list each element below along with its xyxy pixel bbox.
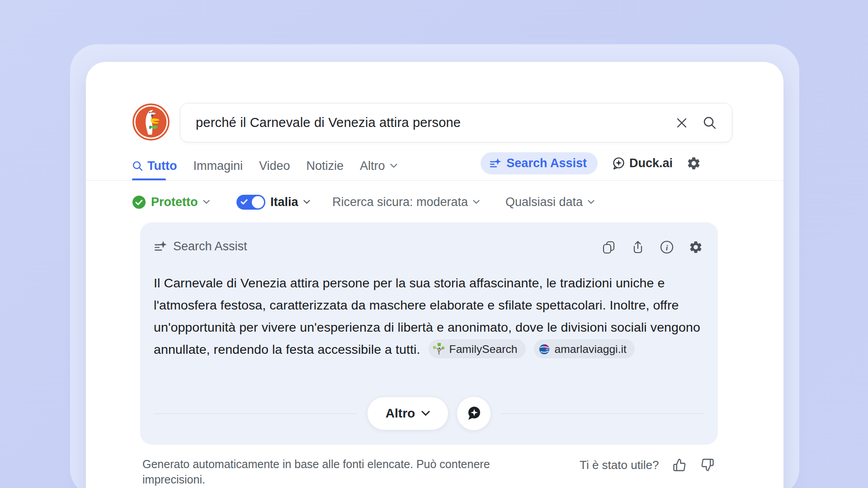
duckduckgo-logo[interactable]: [132, 103, 170, 141]
filters-row: Protetto Italia Ricerca sicura:: [86, 191, 783, 213]
tab-label: Immagini: [193, 159, 243, 173]
check-icon: [241, 199, 248, 205]
serp-card: perché il Carnevale di Venezia attira pe…: [86, 62, 783, 488]
source-chip-familysearch[interactable]: FamilySearch: [429, 339, 526, 358]
chat-button[interactable]: [457, 396, 491, 431]
thumbs-up-button[interactable]: [672, 458, 687, 472]
sparkle-list-icon: [489, 157, 501, 170]
chevron-down-icon: [203, 200, 210, 204]
assist-card-title: Search Assist: [173, 239, 247, 253]
chevron-down-icon: [473, 200, 480, 204]
duckduckgo-logo-icon: [132, 103, 170, 141]
tab-altro[interactable]: Altro: [360, 159, 397, 173]
search-assist-label: Search Assist: [506, 156, 587, 170]
clear-search-button[interactable]: [668, 109, 696, 136]
chevron-down-icon: [303, 200, 310, 204]
info-icon: i: [660, 240, 674, 254]
gear-icon: [686, 156, 701, 171]
chevron-down-icon: [588, 200, 594, 204]
tabs-right-controls: Search Assist Duck.ai: [481, 152, 701, 174]
divider: [501, 413, 704, 414]
chevron-down-icon: [421, 411, 430, 416]
safe-search-label: Ricerca sicura: moderata: [332, 195, 468, 209]
region-filter[interactable]: Italia: [236, 191, 310, 213]
info-button[interactable]: i: [659, 239, 675, 255]
tab-label: Altro: [360, 159, 385, 173]
chat-sparkle-icon: [611, 156, 626, 171]
thumbs-up-icon: [673, 458, 686, 472]
search-submit-button[interactable]: [696, 109, 724, 136]
sparkle-list-icon: [154, 240, 167, 253]
globe-favicon-icon: [538, 343, 551, 355]
search-bar[interactable]: perché il Carnevale di Venezia attira pe…: [180, 103, 732, 142]
gear-icon: [689, 240, 703, 254]
chevron-down-icon: [390, 164, 397, 168]
tabs-divider: [86, 180, 783, 181]
tab-notizie[interactable]: Notizie: [307, 159, 344, 173]
copy-icon: [602, 240, 616, 254]
more-button[interactable]: Altro: [367, 397, 448, 430]
settings-button[interactable]: [686, 156, 701, 171]
familysearch-tree-icon: [433, 343, 445, 355]
assist-answer: Il Carnevale di Venezia attira persone p…: [154, 272, 712, 361]
copy-button[interactable]: [601, 239, 617, 255]
duck-ai-label: Duck.ai: [629, 156, 673, 170]
duck-ai-button[interactable]: Duck.ai: [611, 156, 673, 171]
divider: [154, 413, 357, 414]
page: perché il Carnevale di Venezia attira pe…: [0, 0, 868, 488]
chat-sparkle-filled-icon: [465, 404, 483, 422]
feedback-question: Ti è stato utile?: [580, 458, 659, 472]
source-chip-label: FamilySearch: [449, 338, 518, 360]
magnifier-icon: [703, 116, 717, 130]
tab-label: Tutto: [147, 159, 177, 173]
tab-label: Notizie: [307, 159, 344, 173]
share-button[interactable]: [630, 239, 646, 255]
tab-label: Video: [259, 159, 290, 173]
protection-label: Protetto: [151, 195, 198, 209]
region-toggle[interactable]: [236, 195, 265, 210]
toggle-knob: [252, 196, 264, 208]
assist-card-footer: Altro: [154, 396, 704, 431]
search-assist-card: Search Assist: [140, 222, 718, 445]
result-tabs: Tutto Immagini Video Notizie Altro: [132, 155, 397, 177]
source-chip-label: amarlaviaggi.it: [555, 338, 627, 360]
disclaimer-text: Generato automaticamente in base alle fo…: [142, 456, 522, 487]
assist-card-actions: i: [601, 239, 703, 255]
safe-search-filter[interactable]: Ricerca sicura: moderata: [332, 191, 480, 213]
date-filter[interactable]: Qualsiasi data: [505, 191, 594, 213]
search-assist-button[interactable]: Search Assist: [481, 152, 598, 174]
tab-video[interactable]: Video: [259, 159, 290, 173]
thumbs-down-button[interactable]: [700, 458, 715, 472]
source-chip-amarlaviaggi[interactable]: amarlaviaggi.it: [534, 339, 635, 358]
tab-tutto[interactable]: Tutto: [132, 159, 177, 173]
check-circle-icon: [132, 195, 146, 209]
thumbs-down-icon: [701, 458, 714, 472]
svg-text:i: i: [666, 244, 668, 252]
date-filter-label: Qualsiasi data: [505, 195, 583, 209]
region-label: Italia: [270, 195, 298, 209]
assist-card-header: Search Assist: [154, 239, 247, 253]
feedback-row: Ti è stato utile?: [580, 458, 715, 472]
magnifier-icon: [132, 160, 143, 172]
protection-filter[interactable]: Protetto: [132, 191, 210, 213]
assist-settings-button[interactable]: [688, 239, 703, 255]
tab-immagini[interactable]: Immagini: [193, 159, 243, 173]
more-button-label: Altro: [386, 406, 415, 421]
share-icon: [631, 240, 645, 254]
search-input[interactable]: perché il Carnevale di Venezia attira pe…: [196, 115, 668, 130]
x-icon: [675, 117, 688, 129]
